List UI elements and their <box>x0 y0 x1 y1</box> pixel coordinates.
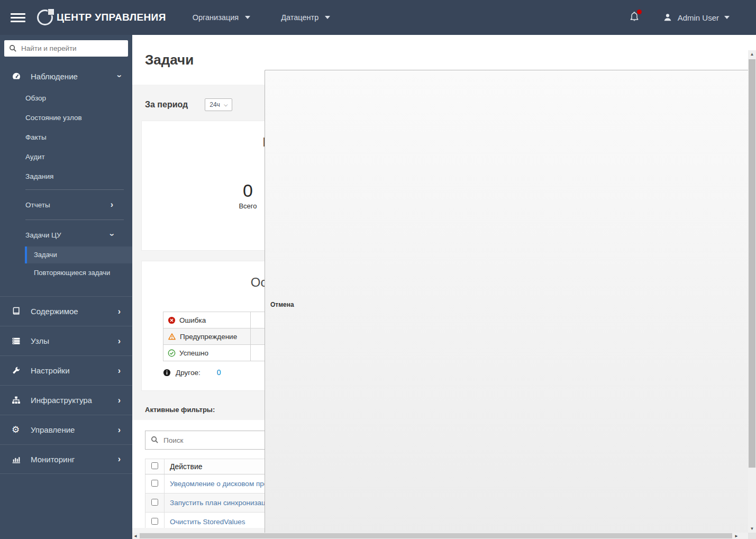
gear-icon: ⚙ <box>12 425 25 434</box>
scroll-left-arrow[interactable]: ◄ <box>132 533 139 539</box>
period-select[interactable]: 24ч ⌵ <box>205 98 232 111</box>
hamburger-menu-icon[interactable] <box>11 11 25 24</box>
sidebar-item-facts[interactable]: Факты <box>0 127 132 147</box>
row-checkbox[interactable] <box>151 499 158 506</box>
sidebar-item-label: Узлы <box>31 336 49 345</box>
running-total: 0 Всего <box>239 180 257 210</box>
sidebar: Наблюдение › Обзор Состояние узлов Факты… <box>0 35 132 539</box>
tasks-table: Действие Состояние Результат Время начал… <box>145 459 735 528</box>
sidebar-item-tasks[interactable]: Задачи <box>25 246 132 263</box>
sidebar-item-settings[interactable]: Настройки › <box>0 355 132 385</box>
search-icon <box>9 44 17 52</box>
brand-logo-icon <box>37 10 53 25</box>
scroll-right-arrow[interactable]: ► <box>733 533 740 539</box>
bar-chart-icon <box>12 455 25 464</box>
sidebar-item-label: Отчеты <box>25 201 50 209</box>
info-circle-icon <box>163 369 171 377</box>
notification-badge <box>637 10 642 14</box>
sidebar-item-label: Содержимое <box>31 307 78 316</box>
notifications-button[interactable] <box>629 11 640 24</box>
organization-menu-label: Организация <box>193 13 239 22</box>
chevron-down-icon <box>245 16 250 19</box>
period-label: За период <box>145 100 188 109</box>
vertical-scrollbar: ▲ ▼ <box>748 35 756 539</box>
chevron-down-icon <box>724 16 730 19</box>
sidebar-search <box>4 40 128 57</box>
sidebar-item-audit[interactable]: Аудит <box>0 147 132 167</box>
sidebar-item-administer[interactable]: ⚙ Управление › <box>0 415 132 444</box>
chevron-right-icon: › <box>111 200 113 209</box>
datacenter-menu[interactable]: Датацентр <box>281 13 330 22</box>
brand[interactable]: ЦЕНТР УПРАВЛЕНИЯ <box>37 10 166 25</box>
sidebar-item-overview[interactable]: Обзор <box>0 88 132 108</box>
sidebar-item-label: Задачи ЦУ <box>25 231 61 239</box>
chevron-right-icon: › <box>118 366 121 376</box>
sidebar-item-monitoring-group[interactable]: Наблюдение › <box>0 64 132 88</box>
datacenter-menu-label: Датацентр <box>281 13 318 22</box>
sidebar-item-label: Инфраструктура <box>31 396 92 405</box>
warning-triangle-icon <box>168 333 176 341</box>
user-icon <box>663 13 672 22</box>
sidebar-item-monitoring[interactable]: Мониторинг › <box>0 444 132 474</box>
chevron-right-icon: › <box>118 396 121 405</box>
select-all-checkbox[interactable] <box>151 462 158 469</box>
task-link[interactable]: Запустить план синхронизации: <box>170 499 276 507</box>
period-value: 24ч <box>210 101 220 108</box>
horizontal-scrollbar[interactable]: ◄ ► <box>132 533 748 539</box>
success-circle-icon <box>168 349 176 357</box>
sidebar-search-input[interactable] <box>4 40 128 57</box>
sidebar-item-host-status[interactable]: Состояние узлов <box>0 108 132 127</box>
chevron-right-icon: › <box>118 454 121 464</box>
book-icon <box>12 307 25 316</box>
organization-menu[interactable]: Организация <box>193 13 250 22</box>
sidebar-item-recurring-tasks[interactable]: Повторяющиеся задачи <box>0 263 132 282</box>
scroll-down-arrow[interactable]: ▼ <box>748 525 756 533</box>
chevron-down-icon: › <box>107 233 116 236</box>
sidebar-sections: Содержимое › Узлы › <box>0 296 132 474</box>
divider <box>25 189 124 190</box>
scrollbar-corner <box>748 533 756 539</box>
other-label: Другое: <box>176 369 201 377</box>
stopped-other-link[interactable]: 0 <box>217 368 221 377</box>
navbar-menus: Организация Датацентр <box>193 13 330 22</box>
sidebar-item-reports[interactable]: Отчеты › <box>0 193 132 216</box>
error-circle-icon <box>168 316 176 324</box>
server-stack-icon <box>12 336 25 345</box>
brand-title: ЦЕНТР УПРАВЛЕНИЯ <box>57 12 166 23</box>
row-checkbox[interactable] <box>151 480 158 487</box>
chevron-right-icon: › <box>118 425 121 435</box>
scroll-up-arrow[interactable]: ▲ <box>748 50 756 58</box>
chevron-down-icon <box>325 16 330 19</box>
tasks-panel: → Обновить данные <box>132 420 748 528</box>
top-navbar: ЦЕНТР УПРАВЛЕНИЯ Организация Датацентр <box>0 0 756 35</box>
task-link[interactable]: Очистить StoredValues <box>170 518 245 526</box>
page-title: Задачи <box>145 52 194 68</box>
chevron-right-icon: › <box>118 336 121 346</box>
wrench-icon <box>12 366 25 375</box>
application-window: ЦЕНТР УПРАВЛЕНИЯ Организация Датацентр <box>0 0 756 539</box>
sidebar-item-label: Мониторинг <box>31 455 75 464</box>
sidebar-item-jobs[interactable]: Задания <box>0 167 132 186</box>
chevron-right-icon: › <box>118 307 121 316</box>
main-content: Задачи За период 24ч ⌵ Работает 0 Всего <box>132 35 748 539</box>
sidebar-item-label: Настройки <box>31 366 70 375</box>
dashboard-gauge-icon <box>12 71 24 81</box>
sidebar-item-cc-tasks-group[interactable]: Задачи ЦУ › <box>0 223 132 246</box>
chevron-down-icon: ⌵ <box>224 102 228 108</box>
sidebar-item-content[interactable]: Содержимое › <box>0 296 132 326</box>
sitemap-icon <box>12 396 25 405</box>
user-name: Admin User <box>678 13 719 22</box>
row-checkbox[interactable] <box>151 518 158 525</box>
sidebar-item-label: Наблюдение <box>31 72 78 81</box>
sidebar-item-hosts[interactable]: Узлы › <box>0 326 132 355</box>
cancel-button[interactable]: Отмена <box>265 420 748 528</box>
user-menu[interactable]: Admin User <box>663 13 730 22</box>
sidebar-item-infrastructure[interactable]: Инфраструктура › <box>0 385 132 415</box>
vertical-scrollbar-thumb[interactable] <box>749 59 755 468</box>
divider <box>25 220 124 220</box>
vertical-scrollbar-track[interactable]: ▲ ▼ <box>748 50 756 533</box>
navbar-right: Admin User <box>629 11 756 24</box>
chevron-down-icon: › <box>114 75 124 77</box>
horizontal-scrollbar-thumb[interactable] <box>140 533 732 538</box>
sidebar-item-label: Управление <box>31 425 75 434</box>
